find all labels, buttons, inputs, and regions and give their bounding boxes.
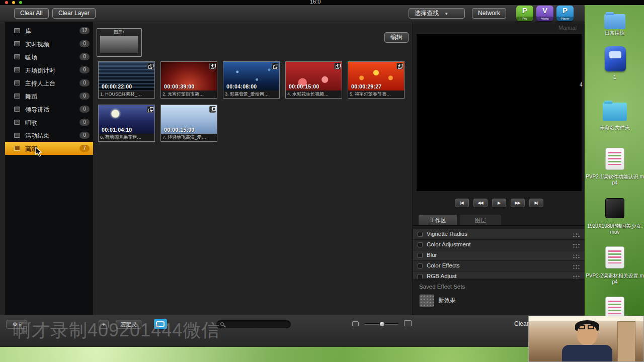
media-thumbnail[interactable]: 00:00:15:00 [161,105,217,134]
thumb-size-large-icon[interactable] [404,320,412,326]
mp4-file-icon[interactable] [605,246,624,268]
sidebar-item-singing[interactable]: 唱歌 0 [5,116,93,129]
provideoserver-app-icon[interactable]: V Video [536,6,553,21]
sidebar-item-hd-selected[interactable]: 高清 7 [5,142,93,155]
media-thumbnail[interactable]: 00:00:39:00 [161,62,217,90]
glasses-icon [588,325,594,329]
desktop-icon-label[interactable]: 日常用语 [586,30,644,36]
inspector-tabs: 工作区 图层 [413,213,585,226]
media-thumbnail[interactable]: 00:01:04:10 [99,105,154,134]
sidebar-item-count: 0 [79,53,90,60]
sidebar-item-dance[interactable]: 舞蹈 0 [5,89,93,103]
folder-icon[interactable] [604,14,625,29]
media-thumbnail[interactable]: 00:00:29:27 [348,62,404,90]
propresenter-app-icon[interactable]: P Pro [516,6,533,21]
effect-row[interactable]: Vignette Radius [413,229,585,240]
saved-effect-sets-title: Saved Effect Sets [419,284,465,290]
media-cell[interactable]: 00:00:29:27 5. 福字灯笼春节喜… [348,61,405,99]
effect-row[interactable]: RGB Adjust [413,272,585,279]
network-button[interactable]: Network [472,8,506,19]
effect-checkbox[interactable] [418,274,423,279]
sidebar-item-countdown[interactable]: 开场倒计时 0 [5,63,93,76]
menubar-clock: 16:0 [310,0,320,5]
drag-handle-icon[interactable] [573,264,580,269]
layer-1-thumbnail[interactable]: 图层1 [97,28,142,57]
sidebar-item-live-video[interactable]: 实时视频 0 [5,37,93,50]
effect-row[interactable]: Blur [413,250,585,261]
clear-button[interactable]: Clear [514,320,529,327]
sidebar-item-label: 活动结束 [25,132,49,140]
effect-checkbox[interactable] [418,253,423,258]
media-cell[interactable]: 00:00:15:00 4. 水彩花生长视频… [285,61,342,99]
desktop-icon-label[interactable]: 未命名文件夹 [586,125,644,131]
sidebar-item-speech[interactable]: 领导讲话 0 [5,103,93,116]
effect-checkbox[interactable] [418,232,423,237]
effect-label: RGB Adjust [427,273,456,279]
select-find-dropdown[interactable]: 选择查找 ▼ [409,8,465,19]
clip-timecode: 00:00:22:00 [102,83,132,89]
desktop-icon-label[interactable]: PVP2-2课素材相关设置.mp4 [586,273,644,285]
drag-handle-icon[interactable] [573,275,580,279]
sidebar-item-label: 舞蹈 [25,93,37,101]
media-cell[interactable]: 00:01:04:10 6. 荷塘圆月梅花烂… [98,105,155,142]
saved-effect-set-icon[interactable] [419,294,434,307]
thumbnail-layers-icon [396,63,403,69]
effect-label: Vignette Radius [427,231,467,237]
tab-layers[interactable]: 图层 [459,214,502,225]
drag-handle-icon[interactable] [573,243,580,248]
saved-effect-set-name[interactable]: 新效果 [438,297,456,304]
recording-watermark: 啊才录制409201444微信 [13,318,220,343]
slider-knob[interactable] [379,321,385,327]
media-cell[interactable]: 00:00:39:00 2. 元宵灯笼街市新… [160,61,217,99]
clear-all-button[interactable]: Clear All [14,8,49,19]
media-thumbnail[interactable]: 00:00:15:00 [286,62,342,90]
effect-checkbox[interactable] [418,242,423,247]
tab-workspace[interactable]: 工作区 [418,214,457,225]
skip-to-end-button[interactable]: ▶| [529,199,543,207]
sidebar-item-warmup[interactable]: 暖场 0 [5,50,93,63]
thumbnail-zoom-slider[interactable] [364,323,398,325]
mp4-file-icon[interactable] [605,148,624,170]
clip-title: 4. 水彩花生长视频… [286,90,342,98]
sidebar-item-host-entry[interactable]: 主持人上台 0 [5,76,93,89]
rewind-button[interactable]: ◀◀ [473,199,488,207]
media-cell[interactable]: 00:00:15:00 7. 轻轻地飞高清_爱… [160,105,217,142]
desktop-icon-label[interactable]: 1 [586,74,644,80]
desktop-icon-label[interactable]: 1920X1080P韩国美少女.mov [586,223,644,235]
effect-label: Color Adjustment [427,241,471,247]
search-input[interactable] [216,320,291,328]
clip-title: 3. 彩幕背景_爱给网… [223,90,279,98]
effect-row[interactable]: Color Adjustment [413,240,585,250]
fast-forward-button[interactable]: ▶▶ [511,199,525,207]
sidebar-item-label: 暖场 [25,53,37,62]
sidebar-item-event-end[interactable]: 活动结束 0 [5,129,93,142]
desktop-icon-label[interactable]: PVP2-1课软件功能认识.mp4 [586,174,644,186]
edit-button[interactable]: 编辑 [384,32,409,43]
provideoplayer-app-icon[interactable]: P Player [556,6,574,21]
drag-handle-icon[interactable] [573,233,580,237]
media-thumbnail[interactable]: 00:04:08:00 [223,62,279,90]
close-window-icon[interactable] [5,1,8,4]
folder-icon[interactable] [603,103,627,121]
minimize-window-icon[interactable] [12,1,15,4]
clear-layer-button[interactable]: Clear Layer [52,8,96,19]
media-cell[interactable]: 00:04:08:00 3. 彩幕背景_爱给网… [223,61,280,99]
sidebar-item-label: 领导讲话 [25,106,49,114]
sidebar-item-library[interactable]: 库 12 [5,24,93,37]
blue-character-icon[interactable] [605,46,626,71]
clip-timecode: 00:00:15:00 [289,83,319,89]
media-cell[interactable]: 00:00:22:00 1. HOUSE好素材_… [98,61,155,99]
output-preview [417,34,582,191]
effect-checkbox[interactable] [418,263,423,268]
glasses-icon [579,325,585,329]
effect-row[interactable]: Color Effects [413,261,585,272]
webcam-overlay [528,316,644,362]
inspector-panel: Manual |◀ ◀◀ ▶ ▶▶ ▶| 工作区 图层 Vignette Rad… [413,22,585,332]
skip-to-start-button[interactable]: |◀ [455,199,469,207]
zoom-window-icon[interactable] [19,1,22,4]
media-thumbnail[interactable]: 00:00:22:00 [99,62,154,90]
play-button[interactable]: ▶ [492,199,506,207]
drag-handle-icon[interactable] [573,254,580,258]
mov-file-icon[interactable] [605,198,624,218]
thumb-size-small-icon[interactable] [352,321,359,326]
